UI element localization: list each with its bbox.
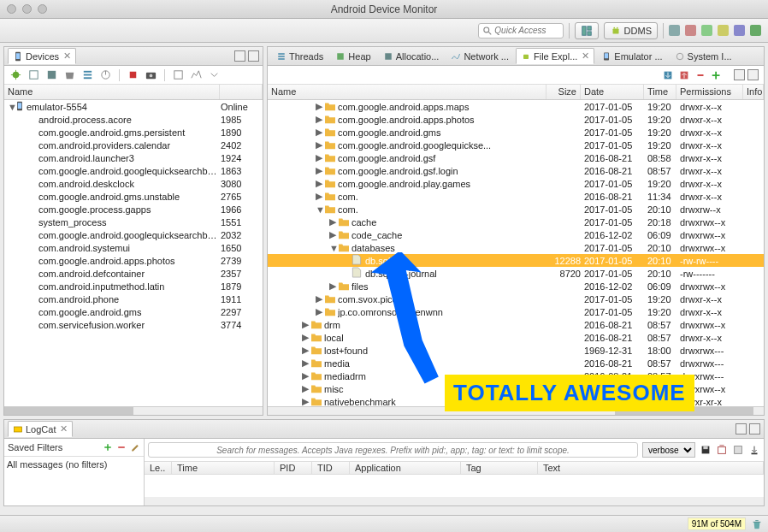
ui-dump-icon[interactable] xyxy=(172,68,185,81)
device-row[interactable]: com.android.defcontainer2357 xyxy=(4,267,263,280)
toolbar-icon[interactable] xyxy=(701,25,712,36)
heap-dump-icon[interactable] xyxy=(45,68,58,81)
delete-file-icon[interactable] xyxy=(694,69,706,81)
stop-icon[interactable] xyxy=(127,68,139,81)
log-column[interactable]: Tag xyxy=(461,462,538,474)
gc-icon[interactable] xyxy=(63,68,76,81)
file-row[interactable]: ▶com.google.android.play.games2017-01-05… xyxy=(268,177,764,190)
maximize-view-button[interactable] xyxy=(248,50,259,62)
tab-heap[interactable]: Heap xyxy=(330,49,375,64)
tab-threads[interactable]: Threads xyxy=(271,49,328,64)
log-column[interactable]: Le.. xyxy=(145,462,172,474)
method-profiling-icon[interactable] xyxy=(99,68,112,81)
save-log-icon[interactable] xyxy=(700,444,712,456)
toolbar-icon[interactable] xyxy=(669,25,680,36)
new-folder-icon[interactable] xyxy=(711,69,723,81)
tab-file[interactable]: File Expl...✕ xyxy=(516,48,594,64)
file-row[interactable]: ▶com.google.android.apps.photos2017-01-0… xyxy=(268,113,764,126)
devices-tree[interactable]: ▼emulator-5554Onlineandroid.process.acor… xyxy=(4,100,263,406)
horizontal-scrollbar[interactable] xyxy=(145,497,764,505)
device-row[interactable]: com.servicefusion.worker3774 xyxy=(4,318,263,331)
tab-sys[interactable]: System I... xyxy=(670,49,737,64)
file-row[interactable]: ▶local2016-08-2108:57drwxr-x--x xyxy=(268,331,764,344)
log-level-select[interactable]: verbose xyxy=(642,442,695,458)
file-row[interactable]: db.sqlite3-journal87202017-01-0520:10-rw… xyxy=(268,267,764,280)
logcat-tab[interactable]: LogCat ✕ xyxy=(8,421,73,437)
device-row[interactable]: com.google.process.gapps1966 xyxy=(4,203,263,216)
file-row[interactable]: db.sqlite3122882017-01-0520:10-rw-rw---- xyxy=(268,254,764,267)
close-tab-icon[interactable]: ✕ xyxy=(63,50,71,62)
file-row[interactable]: ▶mediadrm2016-08-2108:57drwxrwx--- xyxy=(268,369,764,382)
file-row[interactable]: ▶lost+found1969-12-3118:00drwxrwx--- xyxy=(268,344,764,357)
file-row[interactable]: ▶com.svox.pico2017-01-0519:20drwxr-x--x xyxy=(268,293,764,305)
edit-filter-icon[interactable] xyxy=(130,442,140,452)
device-row[interactable]: com.android.phone1911 xyxy=(4,293,263,305)
file-row[interactable]: ▶media2016-08-2108:57drwxrwx--- xyxy=(268,357,764,369)
pull-file-icon[interactable] xyxy=(662,69,674,81)
file-row[interactable]: ▶nativebenchmark2016-07-2015:32drwxr-xr-… xyxy=(268,395,764,406)
ddms-perspective-button[interactable]: DDMS xyxy=(604,22,658,39)
device-row[interactable]: com.google.android.gms2297 xyxy=(4,305,263,318)
device-row[interactable]: com.google.android.gms.unstable2765 xyxy=(4,190,263,203)
trash-icon[interactable] xyxy=(751,518,763,530)
toolbar-icon[interactable] xyxy=(750,25,761,36)
horizontal-scrollbar[interactable] xyxy=(4,406,263,415)
quick-access-search[interactable] xyxy=(478,23,564,38)
file-row[interactable]: ▶files2016-12-0206:09drwxrwx--x xyxy=(268,280,764,293)
remove-filter-icon[interactable] xyxy=(116,442,127,452)
device-row[interactable]: com.android.launcher31924 xyxy=(4,151,263,164)
minimize-view-button[interactable] xyxy=(734,69,745,80)
file-row[interactable]: ▶com.google.android.apps.maps2017-01-051… xyxy=(268,100,764,113)
device-row[interactable]: com.android.systemui1650 xyxy=(4,241,263,254)
device-row[interactable]: ▼emulator-5554Online xyxy=(4,100,263,113)
device-row[interactable]: com.google.android.apps.photos2739 xyxy=(4,254,263,267)
toolbar-icon[interactable] xyxy=(685,25,696,36)
close-tab-icon[interactable]: ✕ xyxy=(60,423,68,434)
file-row[interactable]: ▼com.2017-01-0520:10drwxrw--x xyxy=(268,203,764,216)
log-column[interactable]: TID xyxy=(312,462,350,474)
device-row[interactable]: com.google.android.gms.persistent1890 xyxy=(4,126,263,139)
minimize-view-button[interactable] xyxy=(736,423,747,434)
log-column[interactable]: Application xyxy=(350,462,461,474)
minimize-view-button[interactable] xyxy=(234,50,245,62)
systrace-icon[interactable] xyxy=(190,68,203,81)
open-perspective-button[interactable] xyxy=(575,22,599,39)
tab-emu[interactable]: Emulator ... xyxy=(596,49,667,64)
device-row[interactable]: com.android.deskclock3080 xyxy=(4,177,263,190)
push-file-icon[interactable] xyxy=(678,69,690,81)
logcat-body[interactable] xyxy=(145,475,764,497)
quick-access-input[interactable] xyxy=(494,26,558,35)
horizontal-scrollbar[interactable] xyxy=(268,406,764,415)
device-row[interactable]: com.android.inputmethod.latin1879 xyxy=(4,280,263,293)
filter-list[interactable]: All messages (no filters) xyxy=(4,457,144,505)
log-column[interactable]: Time xyxy=(172,462,275,474)
toolbar-icon[interactable] xyxy=(734,25,745,36)
close-tab-icon[interactable]: ✕ xyxy=(582,50,589,62)
file-row[interactable]: ▶com.google.android.gsf.login2016-08-210… xyxy=(268,164,764,177)
heap-update-icon[interactable] xyxy=(27,68,40,81)
file-row[interactable]: ▶com.google.android.googlequickse...2017… xyxy=(268,139,764,151)
device-row[interactable]: android.process.acore1985 xyxy=(4,113,263,126)
file-row[interactable]: ▶com.google.android.gsf2016-08-2108:58dr… xyxy=(268,151,764,164)
view-menu-icon[interactable] xyxy=(208,68,221,81)
device-row[interactable]: com.google.android.googlequicksearchbox:… xyxy=(4,228,263,241)
logcat-search-input[interactable] xyxy=(148,442,638,458)
file-row[interactable]: ▶jp.co.omronsoft.openwnn2017-01-0519:20d… xyxy=(268,305,764,318)
file-row[interactable]: ▶com.2016-08-2111:34drwxr-x--x xyxy=(268,190,764,203)
debug-icon[interactable] xyxy=(9,68,22,81)
file-row[interactable]: ▶cache2017-01-0520:18drwxrwx--x xyxy=(268,216,764,228)
tab-alloc[interactable]: Allocatio... xyxy=(378,49,445,64)
scroll-lock-icon[interactable] xyxy=(748,444,760,456)
toolbar-icon[interactable] xyxy=(718,25,729,36)
file-row[interactable]: ▶code_cache2016-12-0206:09drwxrwx--x xyxy=(268,228,764,241)
maximize-view-button[interactable] xyxy=(749,423,760,434)
maximize-view-button[interactable] xyxy=(747,69,759,80)
log-column[interactable]: Text xyxy=(538,462,764,474)
add-filter-icon[interactable] xyxy=(103,442,113,452)
display-filters-icon[interactable] xyxy=(732,444,744,456)
device-row[interactable]: com.google.android.googlequicksearchbox:… xyxy=(4,164,263,177)
device-row[interactable]: com.android.providers.calendar2402 xyxy=(4,139,263,151)
devices-tab[interactable]: Devices ✕ xyxy=(8,48,76,64)
file-row[interactable]: ▼databases2017-01-0520:10drwxrwx--x xyxy=(268,241,764,254)
log-column[interactable]: PID xyxy=(275,462,312,474)
